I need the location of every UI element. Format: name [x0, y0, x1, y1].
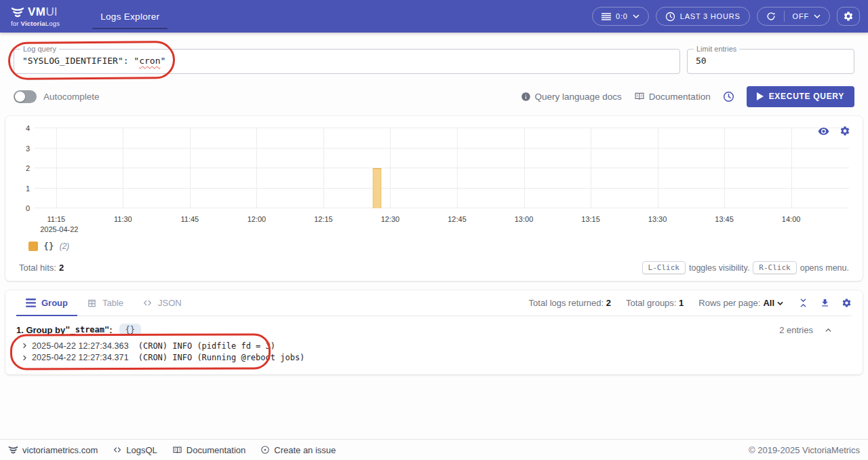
tab-table[interactable]: Table [77, 290, 133, 315]
chevron-right-icon[interactable] [22, 355, 28, 361]
autocomplete-label: Autocomplete [43, 92, 100, 102]
log-row[interactable]: 2025-04-22 12:27:34.371 (CRON) INFO (Run… [16, 352, 852, 364]
vmui-logo[interactable]: VMUI for VictoriaLogs [8, 0, 62, 33]
tab-group-label: Group [41, 298, 68, 308]
footer-documentation-label: Documentation [186, 445, 245, 455]
legend-swatch[interactable] [28, 242, 38, 251]
total-hits: Total hits:2 [19, 263, 64, 273]
logo-subtitle: for VictoriaLogs [11, 20, 60, 27]
log-message: (CRON) INFO (Running @reboot jobs) [138, 353, 305, 362]
autocomplete-toggle[interactable] [14, 90, 37, 103]
tab-group[interactable]: Group [16, 290, 77, 315]
h-gridline [34, 168, 849, 168]
x-tick-label: 12:15 [314, 215, 333, 223]
vm-logo-icon [11, 7, 24, 18]
book-icon [634, 91, 645, 102]
layout-grid-button[interactable]: 0:0 [592, 7, 649, 26]
h-gridline [34, 128, 849, 128]
info-icon [521, 92, 531, 102]
tab-logs-explorer[interactable]: Logs Explorer [88, 0, 172, 33]
gear-icon[interactable] [842, 298, 852, 308]
logo-text: VMUI [28, 5, 58, 19]
refresh-icon[interactable] [766, 12, 776, 21]
group-title: 1. Group by "_stream": {} [16, 324, 141, 336]
query-language-docs-link[interactable]: Query language docs [521, 92, 622, 102]
query-section: Log query "SYSLOG_IDENTIFIER": "cron" Li… [0, 33, 868, 107]
v-gridline [323, 128, 324, 208]
log-rows-list: 2025-04-22 12:27:34.363 (CRON) INFO (pid… [16, 340, 852, 364]
v-gridline [390, 128, 391, 208]
x-axis-date-label: 2025-04-22 [40, 225, 78, 233]
x-tick-label: 13:00 [515, 215, 534, 223]
x-tick-label: 13:30 [648, 215, 667, 223]
layout-grid-value: 0:0 [616, 12, 628, 20]
download-icon[interactable] [820, 298, 830, 308]
y-tick-label: 4 [26, 124, 30, 132]
create-issue-label: Create an issue [274, 445, 336, 455]
clock-icon [665, 12, 675, 22]
x-tick-label: 11:30 [114, 215, 132, 223]
hits-bar-chart[interactable]: 01234 11:152025-04-2211:3011:4512:0012:1… [16, 121, 852, 235]
y-tick-label: 1 [26, 185, 30, 193]
chevron-right-icon[interactable] [22, 343, 28, 349]
stream-badge[interactable]: {} [119, 324, 141, 336]
chart-y-labels: 01234 [16, 128, 30, 208]
rows-per-page-value: All [763, 298, 774, 308]
query-history-button[interactable] [723, 91, 734, 102]
entries-count: 2 entries [779, 325, 813, 335]
x-tick-label: 11:45 [181, 215, 199, 223]
log-row[interactable]: 2025-04-22 12:27:34.363 (CRON) INFO (pid… [16, 340, 852, 352]
log-query-value[interactable]: "SYSLOG_IDENTIFIER": "cron" [14, 50, 679, 72]
settings-button[interactable] [837, 7, 860, 26]
v-gridline [123, 128, 123, 208]
list-icon [26, 299, 36, 307]
caret-down-icon [777, 301, 783, 305]
auto-refresh-control: OFF [757, 7, 830, 26]
log-query-label: Log query [20, 45, 59, 53]
chart-x-labels: 11:152025-04-2211:3011:4512:0012:1512:30… [34, 215, 849, 235]
tab-table-label: Table [102, 298, 123, 308]
collapse-all-icon[interactable] [798, 298, 808, 308]
logsql-link[interactable]: LogsQL [113, 445, 157, 455]
time-range-label: LAST 3 HOURS [680, 12, 741, 20]
documentation-link[interactable]: Documentation [634, 91, 711, 102]
tab-json[interactable]: JSON [133, 290, 191, 315]
victoriametrics-site-link[interactable]: victoriametrics.com [8, 445, 98, 455]
code-icon [113, 446, 122, 454]
rows-per-page-dropdown[interactable]: Rows per page: All [698, 298, 783, 308]
query-docs-label: Query language docs [535, 92, 622, 102]
tab-json-label: JSON [158, 298, 182, 308]
divider [784, 11, 785, 22]
v-gridline [524, 128, 525, 208]
v-gridline [591, 128, 591, 208]
v-gridline [457, 128, 458, 208]
x-tick-label: 12:00 [248, 215, 267, 223]
x-tick-label: 13:15 [581, 215, 600, 223]
footer-documentation-link[interactable]: Documentation [172, 445, 245, 455]
h-gridline [34, 148, 849, 149]
logs-results-panel: Group Table JSON Total logs returned: 2 … [5, 290, 863, 375]
gear-icon[interactable] [840, 126, 850, 136]
logsql-label: LogsQL [126, 445, 157, 455]
chart-legend[interactable]: {} (2) [28, 241, 852, 251]
documentation-label: Documentation [649, 92, 711, 102]
v-gridline [56, 128, 57, 208]
r-click-kbd: R-Click [753, 261, 796, 274]
navbar: VMUI for VictoriaLogs Logs Explorer 0:0 … [0, 0, 868, 33]
chevron-up-icon[interactable] [824, 326, 833, 334]
eye-icon[interactable] [818, 126, 829, 137]
limit-entries-input[interactable]: Limit entries 50 [687, 49, 854, 74]
table-icon [87, 299, 97, 308]
y-tick-label: 3 [26, 145, 30, 153]
time-range-button[interactable]: LAST 3 HOURS [656, 7, 750, 26]
caret-down-icon [814, 14, 821, 18]
create-issue-link[interactable]: Create an issue [260, 445, 336, 455]
log-query-input[interactable]: Log query "SYSLOG_IDENTIFIER": "cron" [14, 49, 680, 74]
play-icon [757, 92, 764, 100]
site-link-label: victoriametrics.com [22, 445, 98, 455]
misspelled-word: cron [139, 56, 160, 66]
execute-query-button[interactable]: EXECUTE QUERY [747, 86, 854, 107]
refresh-interval-dropdown[interactable]: OFF [793, 12, 821, 20]
chart-bar[interactable] [372, 168, 381, 208]
x-tick-label: 11:15 [47, 215, 65, 223]
